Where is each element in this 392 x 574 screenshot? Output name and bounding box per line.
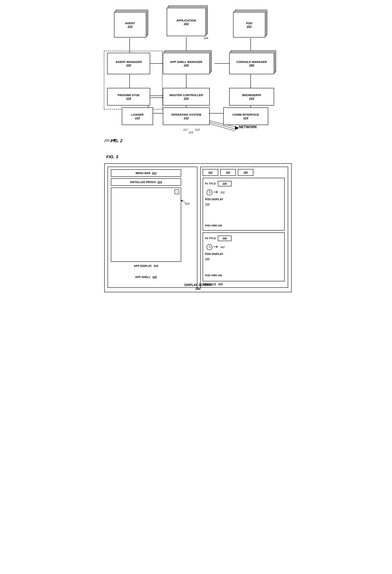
agent-manager-num: 230 [126,63,131,67]
operating-system-box: OPERATING SYSTEM 212 [163,107,210,125]
loader-label: LOADER [131,113,143,116]
svg-marker-22 [235,126,239,130]
scroll-icon[interactable]: ↑ [175,189,179,194]
icon-342-arrow [213,245,219,249]
application-box-stack: APPLICATION 242 244 [167,8,206,36]
browser-pi-box: BROWSER/PI 216 [229,88,274,105]
fig2-area: AGENT 232 APPLICATION 242 244 POD 252 [102,4,290,152]
pod-display-330-text: POD DISPLAY [205,198,223,201]
p1-title-row: P1 TITLE 334 [205,180,279,187]
app-display-text: APP DISPLAY [134,264,152,267]
master-controller-num: 220 [184,97,189,100]
master-controller-box: MASTER CONTROLLER 220 [163,88,210,105]
display-screen-label: DISPLAY SCREEN 300 [184,283,212,290]
icon-332-row: 332 [206,189,225,196]
p1-title-num: 334 [223,182,227,185]
tab1-box[interactable]: 322 [203,169,218,176]
pod-box-stack: POD 252 [233,12,265,38]
display-screen-text: DISPLAY SCREEN [184,283,212,287]
agent-manager-box: AGENT MANAGER 230 [107,53,150,74]
console-num: 320 [218,283,223,286]
ref-316-arrow [180,198,188,204]
master-controller-label: MASTER CONTROLLER [169,93,203,97]
pod-vwr-340-num: 340 [218,274,222,277]
tab2-box[interactable]: 324 [220,169,236,176]
pod-display-330-label: POD DISPLAY [205,198,223,201]
app-display-area: ↑ [111,187,181,262]
pod-vwr-340-label: POD VWR 340 [205,274,222,277]
comm-interface-box: COMM INTERFACE 214 [223,107,268,125]
pod-display-340-num: 346 [205,257,210,260]
display-screen-num: 300 [196,287,201,290]
pod-display-340-numval: 346 [205,257,210,260]
browser-pi-label: BROWSER/PI [242,93,261,97]
application-label: APPLICATION [176,19,196,22]
tab3-num: 326 [243,171,248,174]
pod-vwr-330-text: POD VWR [205,224,217,227]
app-shell-manager-label: APP SHELL MANAGER [170,60,202,63]
progrm-stge-num: 218 [126,97,131,100]
p1-title-box: 334 [218,181,232,186]
app-shell-manager-stack: APP SHELL MANAGER 240 [163,53,210,74]
fig3-title: FIG. 3 [106,154,118,159]
fig3-area: MENU BAR 312 INSTALLED PROGS 314 ↑ 316 [102,161,290,294]
pod-display-340-label: POD DISPLAY [205,252,223,256]
console-manager-label: CONSOLE MANAGER [236,60,267,63]
pod-vwr-330-num: 330 [218,224,222,227]
fig2-ref-num: 200 [104,139,110,143]
svg-line-29 [210,192,211,193]
icon-332-arrow [213,190,219,194]
network-label: NETWORK [239,125,257,129]
loader-box: LOADER 210 [122,107,153,125]
p2-title-row: P2 TITLE 344 [205,235,279,242]
app-shell-label: APP SHELL 310 [111,275,181,279]
app-shell-num: 310 [152,275,157,279]
pod-vwr-330-label: POD VWR 330 [205,224,222,227]
icon-342-svg [206,244,213,251]
app-display-num: 318 [154,264,158,267]
icon-342-ref: 342 [220,246,225,249]
agent-box-stack: AGENT 232 [114,12,146,38]
display-screen-outer: MENU BAR 312 INSTALLED PROGS 314 ↑ 316 [104,163,292,292]
pod-label: POD [246,21,253,25]
pod-vwr-340-text: POD VWR [205,274,217,277]
operating-system-label: OPERATING SYSTEM [171,113,201,116]
progrm-stge-label: PROGRM STGE [118,93,140,97]
progrm-stge-box: PROGRM STGE 218 [107,88,150,105]
app-shell-outer: MENU BAR 312 INSTALLED PROGS 314 ↑ 316 [108,167,197,288]
icon-332-svg [206,189,213,196]
ref-217: 217 [183,128,188,131]
installed-progs-label: INSTALLED PROGS [130,181,156,184]
svg-line-35 [210,247,211,248]
console-outer: 322 324 326 P1 TITLE 334 [200,167,288,288]
icon-332-ref: 332 [220,191,225,194]
installed-progs-num: 314 [157,181,162,184]
menu-bar-num: 312 [152,172,156,175]
p2-title-text: P2 TITLE [205,237,216,240]
p2-title-num: 344 [223,237,227,240]
pod-display-340-text: POD DISPLAY [205,252,223,256]
stack-ref-244: 244 [204,37,208,40]
icon-342-row: 342 [206,244,225,251]
svg-line-25 [182,200,186,203]
tab1-num: 322 [208,171,213,174]
agent-num: 232 [128,25,133,28]
app-shell-text: APP SHELL [135,275,150,279]
application-num: 242 [184,22,189,25]
browser-pi-num: 216 [249,97,254,100]
comm-interface-label: COMM INTERFACE [233,113,259,116]
fig3-title-label: FIG. 3 [106,154,290,159]
fig2-title: FIG. 2 [111,138,122,144]
menu-bar-label: MENU BAR [136,172,150,175]
p2-title-box: 344 [218,236,232,241]
loader-num: 210 [135,116,140,120]
console-manager-stack: CONSOLE MANAGER 250 [229,53,274,74]
console-manager-num: 250 [249,63,254,67]
diagram-container: AGENT 232 APPLICATION 242 244 POD 252 [102,4,290,294]
tab2-num: 324 [226,171,230,174]
app-display-label: APP DISPLAY 318 [111,264,181,267]
tab3-box[interactable]: 326 [238,169,254,176]
app-shell-manager-num: 240 [184,63,189,67]
p1-title-text: P1 TITLE [205,182,216,185]
pod-display-330-numval: 336 [205,203,210,206]
